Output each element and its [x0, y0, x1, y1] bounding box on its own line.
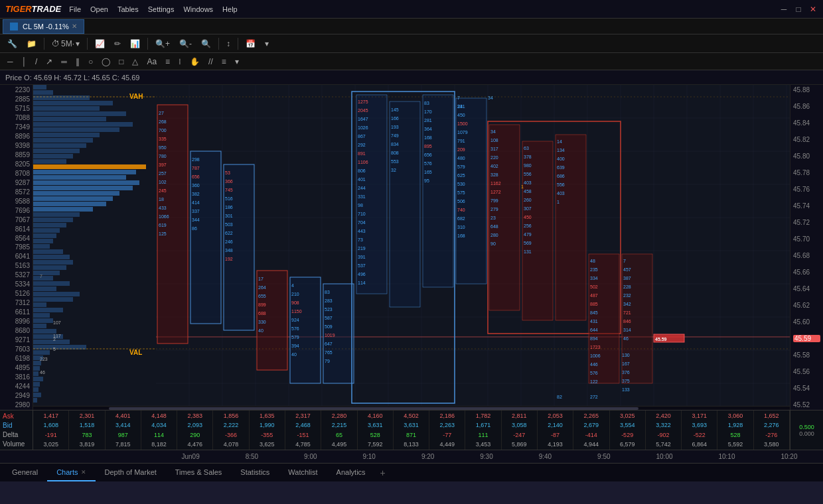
draw-vertical[interactable]: │ [19, 54, 31, 69]
svg-text:131: 131 [524, 249, 532, 254]
menu-bar: File Open Tables Settings Windows Help [69, 5, 237, 13]
toolbar-zoom-fit[interactable]: 🔍 [198, 36, 214, 51]
svg-text:45.59: 45.59 [655, 337, 667, 342]
toolbar-timeframe[interactable]: ⏱ 5M·▾ [48, 36, 83, 51]
svg-text:186: 186 [225, 205, 233, 210]
svg-rect-43 [33, 313, 50, 318]
svg-text:648: 648 [490, 224, 498, 229]
svg-text:360: 360 [192, 183, 200, 188]
toolbar-sep-4 [218, 38, 219, 50]
menu-help[interactable]: Help [222, 5, 238, 13]
draw-pitch[interactable]: ⁞ [175, 54, 185, 69]
toolbar-chart-type[interactable]: 📈 [92, 36, 108, 51]
tab-statistics[interactable]: Statistics [231, 464, 279, 481]
svg-text:487: 487 [590, 293, 598, 298]
draw-line[interactable]: ─ [4, 54, 17, 69]
svg-text:328: 328 [490, 172, 498, 177]
svg-text:450: 450 [524, 215, 532, 220]
svg-text:228: 228 [623, 284, 631, 289]
svg-text:98: 98 [358, 203, 363, 208]
svg-text:83: 83 [424, 101, 429, 105]
svg-text:980: 980 [524, 163, 532, 168]
draw-text[interactable]: Aa [143, 54, 160, 69]
toolbar-calendar[interactable]: 📅 [242, 36, 259, 51]
svg-text:310: 310 [457, 225, 465, 229]
draw-triangle[interactable]: △ [129, 54, 141, 69]
draw-ellipse[interactable]: ◯ [98, 54, 113, 69]
tab-charts-close[interactable]: ✕ [81, 469, 86, 475]
menu-file[interactable]: File [69, 5, 81, 13]
svg-text:924: 924 [291, 318, 299, 322]
svg-text:433: 433 [159, 206, 167, 210]
footprint-area[interactable]: 27 268 700 335 950 780 397 257 102 245 1… [156, 85, 790, 410]
right-price-axis: 45.88 45.86 45.84 45.82 45.80 45.78 45.7… [790, 85, 823, 410]
svg-rect-15 [33, 164, 146, 169]
tab-times-and-sales[interactable]: Times & Sales [166, 464, 232, 481]
menu-open[interactable]: Open [90, 5, 108, 13]
toolbar-pen[interactable]: ✏ [111, 36, 124, 51]
svg-text:376: 376 [622, 370, 630, 375]
chart-canvas[interactable]: VAH VAL [33, 85, 790, 410]
tab-depth-of-market[interactable]: Depth of Market [96, 464, 166, 481]
tab-analytics[interactable]: Analytics [327, 464, 375, 481]
tab-watchlist[interactable]: Watchlist [279, 464, 327, 481]
tab-add-button[interactable]: + [375, 465, 391, 481]
svg-text:1106: 1106 [358, 160, 368, 164]
tab-charts[interactable]: Charts ✕ [47, 464, 95, 481]
menu-tables[interactable]: Tables [117, 5, 139, 13]
toolbar-zoom-out[interactable]: 🔍- [176, 36, 195, 51]
svg-text:125: 125 [159, 231, 167, 236]
draw-channel[interactable]: ≡ [218, 54, 230, 69]
toolbar-wrench[interactable]: 🔧 [4, 36, 21, 51]
svg-text:655: 655 [258, 294, 266, 298]
chart-tab-close[interactable]: ✕ [72, 23, 77, 30]
draw-fib[interactable]: ≡ [162, 54, 173, 69]
stats-col-17: 2,420 3,322 -902 5,742 [646, 410, 682, 450]
svg-text:1006: 1006 [590, 353, 601, 358]
maximize-button[interactable]: □ [794, 5, 803, 14]
svg-text:27: 27 [159, 111, 164, 115]
menu-settings[interactable]: Settings [148, 5, 175, 13]
svg-rect-24 [33, 212, 80, 217]
volume-profile: VAH VAL [33, 85, 156, 410]
scrollbar-thumb[interactable] [109, 407, 638, 410]
menu-windows[interactable]: Windows [183, 5, 213, 13]
left-price-axis: 2230 2885 5715 7088 7349 8896 9398 8859 … [0, 85, 33, 410]
svg-text:403: 403 [557, 191, 565, 196]
minimize-button[interactable]: ─ [779, 5, 788, 14]
toolbar-more[interactable]: ▾ [262, 36, 272, 51]
stats-labels: Ask Bid Delta Volume [0, 410, 33, 450]
svg-text:375: 375 [622, 379, 630, 383]
draw-circle[interactable]: ○ [85, 54, 96, 69]
draw-rect[interactable]: □ [115, 54, 127, 69]
svg-text:83: 83 [325, 290, 330, 294]
svg-text:503: 503 [225, 222, 233, 227]
stats-col-8: 2,280 2,215 65 4,495 [321, 410, 357, 450]
draw-horizontal[interactable]: ═ [58, 54, 70, 69]
svg-text:1: 1 [557, 200, 560, 204]
svg-text:130: 130 [622, 353, 630, 357]
toolbar-folder[interactable]: 📁 [23, 36, 40, 51]
delta-value: 0.500 [799, 424, 814, 430]
draw-double-line[interactable]: ‖ [72, 54, 83, 69]
toolbar-bar-chart[interactable]: 📊 [127, 36, 143, 51]
svg-text:235: 235 [590, 267, 598, 272]
draw-arrow[interactable]: ↗ [42, 54, 56, 69]
svg-text:232: 232 [623, 293, 631, 298]
delta-label: Delta [3, 431, 30, 438]
horizontal-scrollbar[interactable] [33, 406, 790, 410]
svg-text:1272: 1272 [490, 190, 501, 194]
draw-hand[interactable]: ✋ [187, 54, 203, 69]
tab-general[interactable]: General [3, 464, 47, 481]
chart-tab[interactable]: CL 5M -0.11% ✕ [3, 19, 84, 34]
svg-text:86: 86 [192, 226, 197, 231]
toolbar-sep-5 [238, 38, 238, 50]
close-button[interactable]: ✕ [808, 5, 818, 14]
draw-parallel[interactable]: // [205, 54, 216, 69]
svg-rect-53 [33, 366, 40, 371]
toolbar-zoom-in[interactable]: 🔍+ [152, 36, 173, 51]
draw-more[interactable]: ▾ [232, 54, 242, 69]
toolbar-autoscale[interactable]: ↕ [223, 36, 234, 51]
svg-text:509: 509 [325, 324, 333, 329]
draw-ray[interactable]: / [32, 54, 40, 69]
